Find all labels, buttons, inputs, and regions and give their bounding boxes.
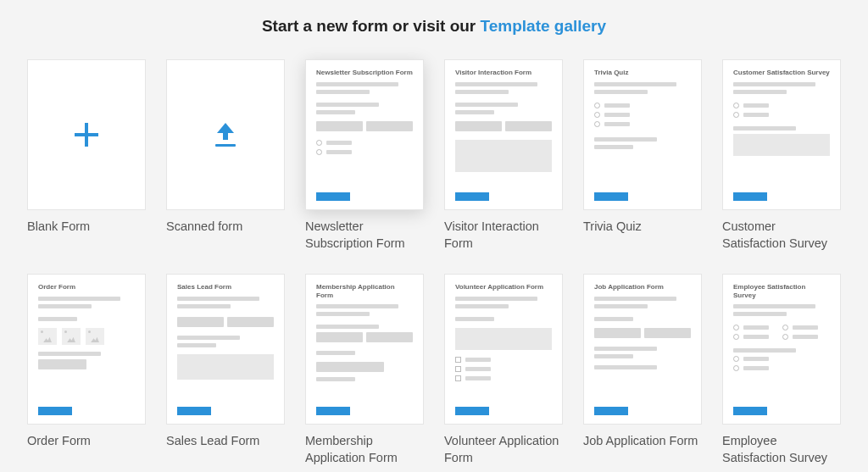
upload-icon: [214, 123, 237, 147]
template-tile[interactable]: Blank Form: [27, 59, 146, 252]
template-preview-title: Order Form: [38, 283, 135, 292]
template-preview-title: Customer Satisfaction Survey: [733, 69, 830, 77]
template-tile[interactable]: Order FormOrder Form: [27, 274, 146, 466]
template-card[interactable]: Order Form: [27, 274, 146, 425]
template-caption: Visitor Interaction Form: [444, 219, 563, 252]
template-card[interactable]: Job Application Form: [583, 274, 702, 425]
template-caption: Employee Satisfaction Survey: [722, 433, 841, 466]
template-caption: Customer Satisfaction Survey: [722, 219, 841, 252]
template-preview-title: Employee Satisfaction Survey: [733, 283, 830, 299]
template-preview-title: Membership Application Form: [316, 283, 413, 299]
template-tile[interactable]: Employee Satisfaction SurveyEmployee Sat…: [722, 274, 841, 466]
template-card[interactable]: Customer Satisfaction Survey: [722, 59, 841, 210]
template-card[interactable]: Membership Application Form: [305, 274, 424, 425]
template-preview-title: Volunteer Application Form: [455, 283, 552, 292]
template-caption: Job Application Form: [583, 433, 702, 450]
template-caption: Newsletter Subscription Form: [305, 219, 424, 252]
template-tile[interactable]: Visitor Interaction FormVisitor Interact…: [444, 59, 563, 252]
template-card[interactable]: Employee Satisfaction Survey: [722, 274, 841, 425]
template-caption: Scanned form: [166, 219, 285, 236]
template-caption: Membership Application Form: [305, 433, 424, 466]
template-preview-title: Visitor Interaction Form: [455, 69, 552, 77]
template-card[interactable]: Sales Lead Form: [166, 274, 285, 425]
template-tile[interactable]: Scanned form: [166, 59, 285, 252]
template-caption: Order Form: [27, 433, 146, 450]
template-preview-title: Job Application Form: [594, 283, 691, 292]
template-tile[interactable]: Newsletter Subscription FormNewsletter S…: [305, 59, 424, 252]
template-preview-title: Trivia Quiz: [594, 69, 691, 77]
template-caption: Volunteer Application Form: [444, 433, 563, 466]
template-card[interactable]: [166, 59, 285, 210]
template-caption: Blank Form: [27, 219, 146, 236]
template-gallery-link[interactable]: Template gallery: [481, 17, 607, 35]
template-tile[interactable]: Membership Application FormMembership Ap…: [305, 274, 424, 466]
template-card[interactable]: Trivia Quiz: [583, 59, 702, 210]
template-caption: Sales Lead Form: [166, 433, 285, 450]
template-preview-title: Newsletter Subscription Form: [316, 69, 413, 77]
template-grid: Blank FormScanned formNewsletter Subscri…: [27, 59, 841, 466]
template-card[interactable]: Newsletter Subscription Form: [305, 59, 424, 210]
header-prefix: Start a new form or visit our: [262, 17, 481, 35]
template-card[interactable]: [27, 59, 146, 210]
template-caption: Trivia Quiz: [583, 219, 702, 236]
template-tile[interactable]: Trivia QuizTrivia Quiz: [583, 59, 702, 252]
template-card[interactable]: Visitor Interaction Form: [444, 59, 563, 210]
template-tile[interactable]: Customer Satisfaction SurveyCustomer Sat…: [722, 59, 841, 252]
template-preview-title: Sales Lead Form: [177, 283, 274, 292]
template-card[interactable]: Volunteer Application Form: [444, 274, 563, 425]
template-tile[interactable]: Volunteer Application FormVolunteer Appl…: [444, 274, 563, 466]
template-tile[interactable]: Job Application FormJob Application Form: [583, 274, 702, 466]
template-tile[interactable]: Sales Lead FormSales Lead Form: [166, 274, 285, 466]
page-header: Start a new form or visit our Template g…: [27, 17, 841, 36]
plus-icon: [75, 123, 98, 147]
